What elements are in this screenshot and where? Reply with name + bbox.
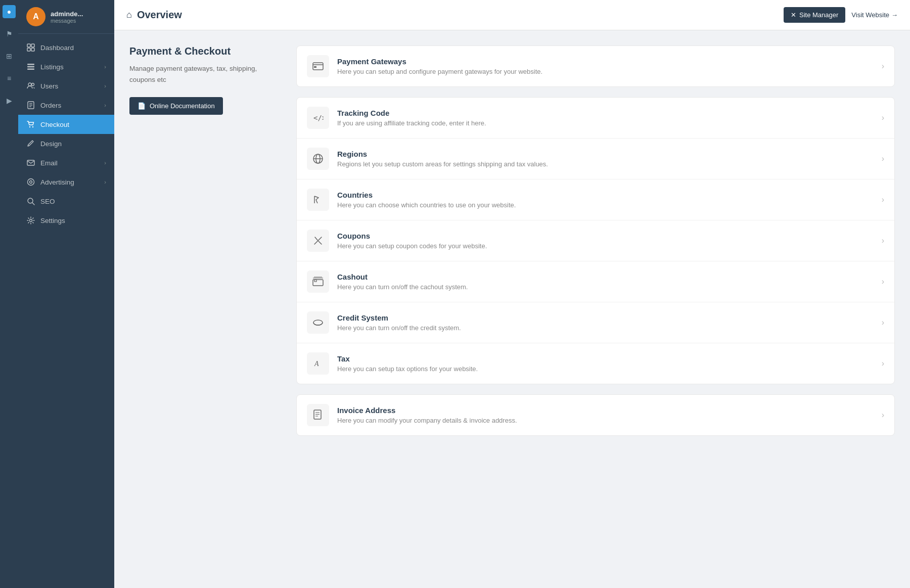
svg-point-14 — [32, 126, 33, 127]
payment-gateways-icon — [307, 55, 329, 77]
coupons-text: Coupons Here you can setup coupon codes … — [337, 232, 882, 250]
card-item-credit-system[interactable]: Credit System Here you can turn on/off t… — [297, 302, 894, 343]
regions-text: Regions Regions let you setup custom are… — [337, 150, 882, 168]
svg-line-31 — [318, 241, 322, 244]
svg-rect-2 — [27, 48, 30, 51]
sidebar-username: adminde... — [51, 10, 83, 18]
site-manager-button[interactable]: ✕ Site Manager — [784, 7, 845, 23]
svg-point-16 — [28, 179, 34, 186]
icon-bar-item-4[interactable]: ≡ — [3, 72, 16, 85]
svg-point-20 — [30, 219, 32, 222]
regions-title: Regions — [337, 150, 882, 158]
icon-bar-item-1[interactable]: ● — [3, 5, 16, 18]
email-icon — [26, 158, 35, 167]
doc-button-label: Online Documentation — [150, 102, 215, 110]
users-icon — [26, 81, 35, 91]
tracking-code-title: Tracking Code — [337, 109, 882, 117]
sidebar-user-info: adminde... messages — [51, 10, 83, 24]
payment-gateways-title: Payment Gateways — [337, 57, 882, 66]
svg-point-18 — [28, 198, 33, 203]
sidebar-item-email[interactable]: Email › — [18, 153, 114, 172]
sidebar: A adminde... messages Dashboard Listings… — [18, 0, 114, 588]
payment-gateways-desc: Here you can setup and configure payment… — [337, 68, 882, 75]
card-item-coupons[interactable]: Coupons Here you can setup coupon codes … — [297, 220, 894, 261]
cashout-desc: Here you can turn on/off the cachout sys… — [337, 283, 882, 291]
sidebar-item-dashboard-label: Dashboard — [40, 44, 106, 52]
sidebar-item-dashboard[interactable]: Dashboard — [18, 38, 114, 57]
main-area: ⌂ Overview ✕ Site Manager Visit Website … — [114, 0, 910, 588]
sidebar-item-settings[interactable]: Settings — [18, 211, 114, 230]
card-group-2: </> Tracking Code If you are using affil… — [296, 97, 895, 384]
sidebar-item-design[interactable]: Design — [18, 134, 114, 153]
card-item-tax[interactable]: A Tax Here you can setup tax options for… — [297, 343, 894, 384]
visit-website-arrow-icon: → — [891, 11, 898, 19]
countries-icon — [307, 189, 329, 211]
payment-gateways-arrow-icon: › — [882, 62, 884, 71]
right-panel: Payment Gateways Here you can setup and … — [296, 46, 895, 573]
card-item-countries[interactable]: Countries Here you can choose which coun… — [297, 179, 894, 220]
svg-line-30 — [315, 237, 317, 240]
visit-website-button[interactable]: Visit Website → — [851, 11, 898, 19]
tax-text: Tax Here you can setup tax options for y… — [337, 354, 882, 373]
checkout-icon — [26, 120, 35, 129]
credit-system-text: Credit System Here you can turn on/off t… — [337, 313, 882, 332]
advertising-arrow-icon: › — [104, 179, 106, 185]
documentation-button[interactable]: 📄 Online Documentation — [129, 97, 223, 115]
sidebar-item-checkout[interactable]: Checkout — [18, 115, 114, 134]
sidebar-item-orders-label: Orders — [40, 102, 99, 109]
card-item-invoice-address[interactable]: Invoice Address Here you can modify your… — [297, 395, 894, 435]
svg-point-7 — [28, 83, 31, 86]
page-title: Overview — [137, 9, 182, 21]
sidebar-item-orders[interactable]: Orders › — [18, 96, 114, 115]
orders-icon — [26, 101, 35, 110]
avatar: A — [26, 7, 46, 26]
visit-website-label: Visit Website — [851, 11, 889, 19]
icon-bar-item-2[interactable]: ⚑ — [3, 27, 16, 40]
content-area: Payment & Checkout Manage payment gatewa… — [114, 30, 910, 588]
listings-arrow-icon: › — [104, 64, 106, 70]
icon-bar-item-3[interactable]: ⊞ — [3, 50, 16, 63]
svg-point-17 — [30, 181, 32, 184]
sidebar-item-advertising-label: Advertising — [40, 178, 99, 186]
tax-arrow-icon: › — [882, 359, 884, 368]
sidebar-item-seo[interactable]: SEO — [18, 192, 114, 211]
listings-icon — [26, 62, 35, 71]
sidebar-item-advertising[interactable]: Advertising › — [18, 172, 114, 192]
card-item-tracking-code[interactable]: </> Tracking Code If you are using affil… — [297, 98, 894, 139]
credit-system-desc: Here you can turn on/off the credit syst… — [337, 324, 882, 332]
card-item-cashout[interactable]: Cashout Here you can turn on/off the cac… — [297, 261, 894, 302]
orders-arrow-icon: › — [104, 102, 106, 108]
sidebar-item-listings[interactable]: Listings › — [18, 57, 114, 76]
svg-rect-4 — [27, 64, 34, 65]
cashout-icon — [307, 270, 329, 293]
tracking-code-text: Tracking Code If you are using affiliate… — [337, 109, 882, 127]
countries-desc: Here you can choose which countries to u… — [337, 201, 882, 209]
card-item-regions[interactable]: Regions Regions let you setup custom are… — [297, 139, 894, 179]
svg-rect-15 — [27, 160, 34, 165]
sidebar-item-users[interactable]: Users › — [18, 76, 114, 96]
svg-point-8 — [32, 83, 34, 86]
regions-arrow-icon: › — [882, 154, 884, 163]
tax-icon: A — [307, 352, 329, 375]
invoice-address-desc: Here you can modify your company details… — [337, 417, 882, 424]
svg-rect-5 — [27, 66, 34, 68]
regions-desc: Regions let you setup custom areas for s… — [337, 160, 882, 168]
email-arrow-icon: › — [104, 160, 106, 166]
svg-rect-0 — [27, 44, 30, 47]
topbar-left: ⌂ Overview — [126, 9, 182, 21]
sidebar-item-email-label: Email — [40, 159, 99, 167]
icon-bar-item-5[interactable]: ▶ — [3, 94, 16, 107]
cashout-arrow-icon: › — [882, 277, 884, 286]
svg-rect-1 — [31, 44, 34, 47]
tracking-code-icon: </> — [307, 107, 329, 129]
card-item-payment-gateways[interactable]: Payment Gateways Here you can setup and … — [297, 46, 894, 86]
sidebar-messages[interactable]: messages — [51, 18, 83, 24]
cashout-title: Cashout — [337, 273, 882, 281]
site-manager-icon: ✕ — [791, 11, 796, 19]
sidebar-item-settings-label: Settings — [40, 217, 106, 224]
invoice-address-text: Invoice Address Here you can modify your… — [337, 406, 882, 424]
countries-title: Countries — [337, 191, 882, 199]
card-group-3: Invoice Address Here you can modify your… — [296, 394, 895, 436]
home-icon: ⌂ — [126, 10, 132, 20]
sidebar-nav: Dashboard Listings › Users › Orders › — [18, 34, 114, 588]
